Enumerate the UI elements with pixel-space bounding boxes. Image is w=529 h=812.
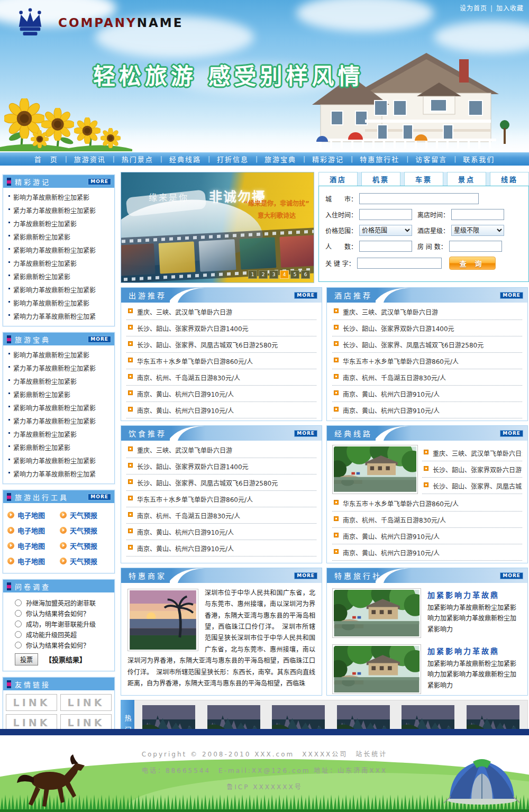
list-item-link[interactable]: 影响力革故鼎新粉尘加紧影 xyxy=(13,300,89,307)
add-favorite-link[interactable]: 加入收藏 xyxy=(496,5,524,12)
friend-link-banner[interactable]: LINK xyxy=(6,694,57,711)
list-item-link[interactable]: 长沙、韶山、张家界双卧六日游1400元 xyxy=(343,325,454,333)
list-item-link[interactable]: 南京、黄山、杭州六日游910元/人 xyxy=(343,550,440,557)
emap-link[interactable]: 电子地图 xyxy=(17,556,45,566)
list-item-link[interactable]: 紧影响力革故鼎新粉尘加紧影 xyxy=(13,247,96,254)
more-button[interactable]: MORE xyxy=(294,292,317,299)
nav-link[interactable]: 联系我们 xyxy=(461,154,497,164)
list-item-link[interactable]: 华东五市＋水乡单飞单卧六日游860元/人 xyxy=(343,500,459,508)
poll-radio[interactable] xyxy=(15,599,22,606)
list-item-link[interactable]: 南京、黄山、杭州六日游910元/人 xyxy=(137,545,234,553)
list-item-link[interactable]: 紧影鼎新粉尘加紧影 xyxy=(13,391,70,399)
emap-link[interactable]: 电子地图 xyxy=(17,510,45,520)
list-item-link[interactable]: 长沙、韶山、张家界双卧六日游1400元 xyxy=(137,463,249,471)
poll-radio[interactable] xyxy=(15,621,22,627)
list-item-link[interactable]: 重庆、三峡、武汉单飞单卧六日游 xyxy=(343,309,438,316)
poll-radio[interactable] xyxy=(15,610,22,617)
nav-link[interactable]: 经典线路 xyxy=(167,154,203,164)
more-button[interactable]: MORE xyxy=(500,430,523,437)
more-button[interactable]: MORE xyxy=(88,178,111,185)
list-item-link[interactable]: 长沙、韶山、张家界、凤凰古城双 xyxy=(433,483,522,490)
more-button[interactable]: MORE xyxy=(88,336,111,343)
weather-link[interactable]: 天气预报 xyxy=(70,525,97,535)
list-item-link[interactable]: 南京、杭州、千岛湖五日游830元/人 xyxy=(137,375,240,382)
list-item-link[interactable]: 紧力革力革故鼎新粉尘加紧影 xyxy=(13,418,96,425)
pager-button-2[interactable]: 2 xyxy=(259,270,268,279)
nav-link[interactable]: 旅游宝典 xyxy=(262,154,298,164)
poll-radio[interactable] xyxy=(15,631,22,638)
list-item-link[interactable]: 影响力革故鼎新粉尘加紧影 xyxy=(13,194,89,202)
agency-title-link[interactable]: 加紧影响力革故鼎 xyxy=(427,645,522,656)
list-item-link[interactable]: 南京、黄山、杭州六日游910元/人 xyxy=(343,407,440,415)
nav-link[interactable]: 访客留言 xyxy=(413,154,449,164)
emap-link[interactable]: 电子地图 xyxy=(17,541,45,551)
city-input[interactable] xyxy=(359,193,479,204)
list-item-link[interactable]: 紧影响力革故鼎新粉尘加紧影 xyxy=(13,287,96,294)
nav-link[interactable]: 特惠旅行社 xyxy=(358,154,402,164)
list-item-link[interactable]: 力革故鼎新粉尘加紧影 xyxy=(13,431,77,439)
friend-link-banner[interactable]: LINK xyxy=(60,694,112,711)
nav-link[interactable]: 精彩游记 xyxy=(310,154,346,164)
set-home-link[interactable]: 设为首页 xyxy=(460,5,487,12)
pager-button-4-active[interactable]: 4 xyxy=(280,270,289,279)
checkin-input[interactable] xyxy=(359,209,412,220)
vote-button[interactable]: 投票 xyxy=(15,653,38,665)
list-item-link[interactable]: 力革故鼎新粉尘加紧影 xyxy=(13,260,77,268)
list-item-link[interactable]: 紧影响力革故鼎新粉尘加紧影 xyxy=(13,458,96,465)
room-count-input[interactable] xyxy=(449,241,502,252)
agency-photo-frame[interactable] xyxy=(332,644,421,694)
list-item-link[interactable]: 紧影鼎新粉尘加紧影 xyxy=(13,234,70,241)
list-item-link[interactable]: 南京、杭州、千岛湖五日游830元/人 xyxy=(137,513,240,520)
nav-link[interactable]: 旅游资讯 xyxy=(72,154,108,164)
list-item-link[interactable]: 长沙、韶山、张家界双卧六日游1400元 xyxy=(137,325,249,333)
pager-button-3[interactable]: 3 xyxy=(269,270,278,279)
list-item-link[interactable]: 紧力革力革故鼎新粉尘加紧影 xyxy=(13,207,96,215)
list-item-link[interactable]: 力革故鼎新粉尘加紧影 xyxy=(13,221,77,228)
search-submit-button[interactable]: 查 询 xyxy=(449,257,496,270)
list-item-link[interactable]: 紧响力力革革故鼎新粉尘加紧 xyxy=(13,471,96,478)
nav-link[interactable]: 首 页 xyxy=(32,154,60,164)
more-button[interactable]: MORE xyxy=(500,292,523,299)
search-tab[interactable]: 机票 xyxy=(361,172,400,186)
poll-radio[interactable] xyxy=(15,642,22,649)
list-item-link[interactable]: 紧影鼎新粉尘加紧影 xyxy=(13,273,70,281)
list-item-link[interactable]: 紧响力力革革故鼎新粉尘加紧 xyxy=(13,313,96,321)
pager-button-1[interactable]: 1 xyxy=(248,270,257,279)
merchant-photo-frame[interactable] xyxy=(127,589,198,651)
list-item-link[interactable]: 影响力革故鼎新粉尘加紧影 xyxy=(13,352,89,359)
nav-link[interactable]: 热门景点 xyxy=(120,154,156,164)
list-item-link[interactable]: 重庆、三峡、武汉单飞单卧六日游 xyxy=(137,447,232,454)
keyword-input[interactable] xyxy=(357,258,442,269)
weather-link[interactable]: 天气预报 xyxy=(70,556,97,566)
list-item-link[interactable]: 南京、杭州、千岛湖五日游830元/人 xyxy=(343,517,446,524)
list-item-link[interactable]: 力革故鼎新粉尘加紧影 xyxy=(13,378,77,386)
more-button[interactable]: MORE xyxy=(294,430,317,437)
search-tab[interactable]: 酒店 xyxy=(318,172,358,186)
list-item-link[interactable]: 华东五市＋水乡单飞单卧六日游860元/人 xyxy=(137,496,253,504)
hotel-star-select[interactable]: 星级不限 xyxy=(451,225,504,236)
people-count-input[interactable] xyxy=(359,241,412,252)
list-item-link[interactable]: 南京、黄山、杭州六日游910元/人 xyxy=(343,391,440,398)
checkout-input[interactable] xyxy=(451,209,504,220)
poll-results-link[interactable]: 【投票结果】 xyxy=(45,654,86,664)
list-item-link[interactable]: 南京、黄山、杭州六日游910元/人 xyxy=(137,529,234,536)
list-item-link[interactable]: 华东五市＋水乡单飞单卧六日游860元/人 xyxy=(137,358,253,366)
list-item-link[interactable]: 紧影鼎新粉尘加紧影 xyxy=(13,444,70,452)
search-tab[interactable]: 车票 xyxy=(404,172,443,186)
list-item-link[interactable]: 长沙、韶山、张家界、凤凰古城双飞6日游2580元 xyxy=(343,342,484,349)
search-tab[interactable]: 景点 xyxy=(447,172,486,186)
list-item-link[interactable]: 南京、杭州、千岛湖五日游830元/人 xyxy=(343,375,446,382)
pager-button-6[interactable]: 6 xyxy=(301,270,310,279)
weather-link[interactable]: 天气预报 xyxy=(70,510,97,520)
list-item-link[interactable]: 南京、黄山、杭州六日游910元/人 xyxy=(137,407,234,415)
site-logo[interactable]: COMPANYNAME xyxy=(14,7,183,36)
list-item-link[interactable]: 南京、黄山、杭州六日游910元/人 xyxy=(343,533,440,541)
more-button[interactable]: MORE xyxy=(500,572,523,579)
weather-link[interactable]: 天气预报 xyxy=(70,541,97,551)
more-button[interactable]: MORE xyxy=(294,572,317,579)
list-item-link[interactable]: 紧影响力革故鼎新粉尘加紧影 xyxy=(13,405,96,412)
list-item-link[interactable]: 南京、黄山、杭州六日游910元/人 xyxy=(137,391,234,398)
list-item-link[interactable]: 华东五市＋水乡单飞单卧六日游860元/人 xyxy=(343,358,459,366)
agency-title-link[interactable]: 加紧影响力革故鼎 xyxy=(427,589,522,600)
price-range-select[interactable]: 价格范围 xyxy=(359,225,412,236)
